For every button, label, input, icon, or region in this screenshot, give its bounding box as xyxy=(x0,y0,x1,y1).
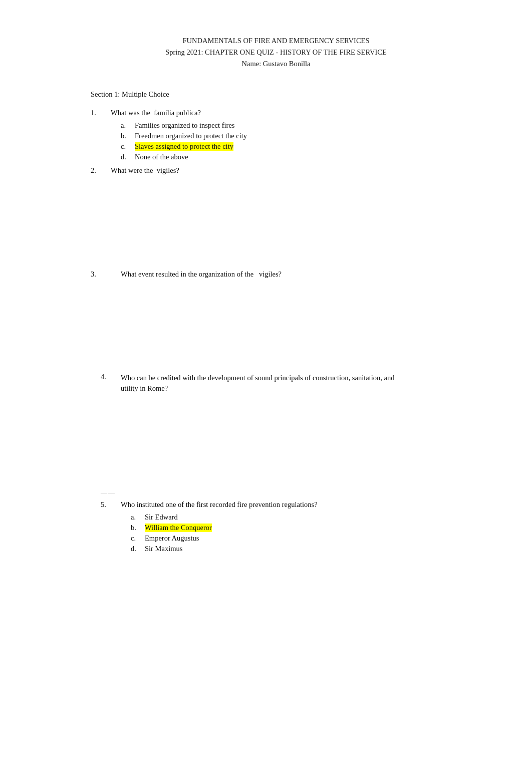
question-2: 2. What were the vigiles? xyxy=(91,166,461,175)
option-5b: b. William the Conqueror xyxy=(131,524,461,532)
option-1d: d. None of the above xyxy=(121,153,461,161)
option-1d-letter: d. xyxy=(121,153,135,161)
option-1b: b. Freedmen organized to protect the cit… xyxy=(121,132,461,140)
option-5d: d. Sir Maximus xyxy=(131,545,461,553)
question-4: 4. Who can be credited with the developm… xyxy=(101,373,461,395)
question-4-row: 4. Who can be credited with the developm… xyxy=(101,373,461,395)
question-5: 5. Who instituted one of the first recor… xyxy=(101,500,461,553)
question-2-number: 2. xyxy=(91,166,111,175)
q2-answer-area xyxy=(91,180,461,270)
q4-answer-area xyxy=(91,398,461,488)
option-1b-letter: b. xyxy=(121,132,135,140)
header-line1: FUNDAMENTALS OF FIRE AND EMERGENCY SERVI… xyxy=(91,35,461,47)
option-1a-letter: a. xyxy=(121,121,135,130)
question-2-row: 2. What were the vigiles? xyxy=(91,166,461,175)
question-3: 3. What event resulted in the organizati… xyxy=(91,270,461,279)
question-1-options: a. Families organized to inspect fires b… xyxy=(121,121,461,161)
document-header: FUNDAMENTALS OF FIRE AND EMERGENCY SERVI… xyxy=(91,35,461,70)
question-3-number: 3. xyxy=(91,270,121,279)
question-5-row: 5. Who instituted one of the first recor… xyxy=(101,500,461,509)
section-title: Section 1: Multiple Choice xyxy=(91,90,461,99)
page-container: FUNDAMENTALS OF FIRE AND EMERGENCY SERVI… xyxy=(51,0,481,698)
question-1-row: 1. What was the familia publica? xyxy=(91,109,461,117)
question-1-text: What was the familia publica? xyxy=(111,109,461,117)
question-5-options: a. Sir Edward b. William the Conqueror c… xyxy=(131,513,461,553)
option-1d-text: None of the above xyxy=(135,153,188,161)
option-5c-text: Emperor Augustus xyxy=(145,534,199,543)
question-5-number: 5. xyxy=(101,500,121,509)
question-1-number: 1. xyxy=(91,109,111,117)
option-1a-text: Families organized to inspect fires xyxy=(135,121,234,130)
option-5c: c. Emperor Augustus xyxy=(131,534,461,543)
question-3-text: What event resulted in the organization … xyxy=(121,270,282,279)
option-5b-letter: b. xyxy=(131,524,145,532)
option-1c-letter: c. xyxy=(121,142,135,151)
answer-line-indicator: —— xyxy=(101,488,461,496)
q3-answer-area xyxy=(91,283,461,373)
option-5c-letter: c. xyxy=(131,534,145,543)
option-5b-text: William the Conqueror xyxy=(145,524,212,532)
header-line3: Name: Gustavo Bonilla xyxy=(91,58,461,70)
header-line2: Spring 2021: CHAPTER ONE QUIZ - HISTORY … xyxy=(91,47,461,58)
option-1c: c. Slaves assigned to protect the city xyxy=(121,142,461,151)
bottom-spacer xyxy=(91,558,461,658)
question-5-text: Who instituted one of the first recorded… xyxy=(121,500,461,509)
option-5a-letter: a. xyxy=(131,513,145,522)
question-2-text: What were the vigiles? xyxy=(111,166,461,175)
question-1: 1. What was the familia publica? a. Fami… xyxy=(91,109,461,161)
option-5a-text: Sir Edward xyxy=(145,513,178,522)
option-5d-text: Sir Maximus xyxy=(145,545,182,553)
option-1c-text: Slaves assigned to protect the city xyxy=(135,142,233,151)
option-1b-text: Freedmen organized to protect the city xyxy=(135,132,247,140)
question-4-number: 4. xyxy=(101,373,121,395)
option-5d-letter: d. xyxy=(131,545,145,553)
option-1a: a. Families organized to inspect fires xyxy=(121,121,461,130)
option-5a: a. Sir Edward xyxy=(131,513,461,522)
question-4-text: Who can be credited with the development… xyxy=(121,373,394,395)
